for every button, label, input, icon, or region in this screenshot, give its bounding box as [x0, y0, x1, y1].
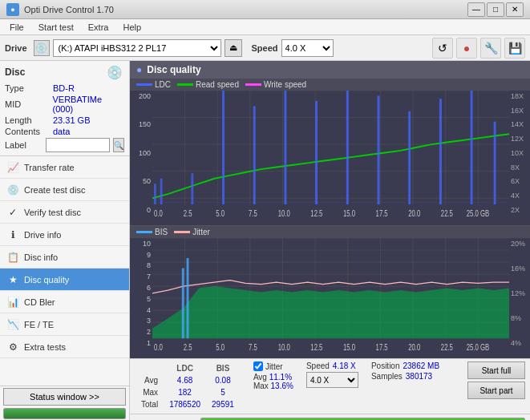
app-title: Opti Drive Control 1.70: [24, 5, 114, 14]
stats-table: LDC BIS Avg 4.68 0.08 Max 182: [135, 361, 241, 411]
sidebar-item-disc-info[interactable]: 📋 Disc info: [0, 246, 129, 269]
stats-total-row: Total 1786520 29591: [136, 399, 239, 410]
close-button[interactable]: ✕: [506, 2, 524, 17]
sidebar-item-cd-bler[interactable]: 📊 CD Bler: [0, 291, 129, 313]
ldc-legend: LDC: [136, 80, 171, 89]
menu-help[interactable]: Help: [116, 22, 148, 33]
jitter-label: Jitter: [265, 362, 283, 371]
svg-text:15.0: 15.0: [343, 209, 355, 218]
speed-label-row: Speed 4.18 X: [306, 361, 358, 370]
sidebar-item-disc-quality[interactable]: ★ Disc quality: [0, 269, 129, 291]
disc-label-input[interactable]: [46, 138, 110, 152]
svg-text:20.0: 20.0: [408, 343, 420, 352]
svg-rect-60: [187, 258, 189, 338]
app-icon: ●: [6, 3, 19, 16]
sidebar-item-extra-tests[interactable]: ⚙ Extra tests: [0, 336, 129, 358]
svg-rect-24: [408, 111, 411, 204]
start-part-button[interactable]: Start part: [467, 382, 525, 399]
sidebar-item-transfer-rate[interactable]: 📈 Transfer rate: [0, 156, 129, 179]
disc-button[interactable]: ●: [456, 38, 477, 59]
svg-rect-26: [471, 91, 473, 204]
transfer-rate-label: Transfer rate: [24, 163, 75, 172]
total-ldc: 1786520: [164, 399, 205, 410]
status-section: Status window >> Test completed: [0, 386, 129, 420]
speed-select-wrap: 4.0 X: [306, 372, 358, 388]
read-speed-legend: Read speed: [177, 80, 239, 89]
speed-select-toolbar[interactable]: 4.0 X: [281, 39, 334, 57]
fe-te-icon: 📉: [6, 318, 19, 331]
length-value: 23.31 GB: [53, 115, 90, 125]
disc-label-row: Label 🔍: [5, 138, 124, 152]
main-content: ● Disc quality LDC Read speed: [130, 61, 530, 420]
disc-label-browse[interactable]: 🔍: [113, 138, 124, 152]
toolbar: Drive 💿 (K:) ATAPI iHBS312 2 PL17 ⏏ Spee…: [0, 35, 530, 61]
chart-title: Disc quality: [147, 64, 200, 75]
transfer-rate-icon: 📈: [6, 161, 19, 174]
jitter-legend: Jitter: [174, 228, 210, 236]
stats-bis-header: BIS: [207, 363, 239, 374]
svg-text:20.0: 20.0: [408, 209, 420, 218]
menu-bar: File Start test Extra Help: [0, 19, 530, 35]
disc-section-label: Disc: [5, 67, 25, 78]
disc-contents-row: Contents data: [5, 127, 124, 136]
sidebar-item-drive-info[interactable]: ℹ Drive info: [0, 224, 129, 246]
extra-tests-icon: ⚙: [6, 341, 19, 353]
svg-text:5.0: 5.0: [216, 343, 225, 352]
top-y-axis-right: 18X 16X 14X 12X 10X 8X 6X 4X 2X: [509, 91, 530, 225]
jitter-max-label: Max: [253, 382, 271, 390]
speed-key: Speed: [306, 361, 330, 370]
chart-header: ● Disc quality: [130, 61, 530, 79]
svg-text:12.5: 12.5: [310, 209, 322, 218]
svg-rect-27: [494, 122, 496, 204]
samples-row: Samples 380173: [371, 372, 439, 381]
contents-label: Contents: [5, 127, 53, 136]
nav-items: 📈 Transfer rate 💿 Create test disc ✓ Ver…: [0, 156, 129, 386]
bottom-chart-svg: 0.0 2.5 5.0 7.5 10.0 12.5 15.0 17.5 20.0…: [152, 238, 509, 358]
sidebar-progress-fill: [4, 409, 125, 418]
settings-button[interactable]: 🔧: [480, 38, 501, 59]
sidebar-item-create-test-disc[interactable]: 💿 Create test disc: [0, 179, 129, 201]
jitter-checkbox[interactable]: [253, 361, 263, 371]
speed-select-stats[interactable]: 4.0 X: [306, 372, 358, 388]
maximize-button[interactable]: □: [487, 2, 504, 17]
menu-file[interactable]: File: [3, 22, 30, 33]
sidebar-item-verify-test-disc[interactable]: ✓ Verify test disc: [0, 201, 129, 224]
stats-empty-header: [136, 363, 163, 374]
position-key: Position: [371, 361, 400, 370]
avg-ldc: 4.68: [164, 375, 205, 386]
samples-key: Samples: [371, 372, 403, 381]
title-bar: ● Opti Drive Control 1.70 — □ ✕: [0, 0, 530, 19]
start-full-button[interactable]: Start full: [467, 361, 525, 379]
svg-text:2.5: 2.5: [184, 343, 192, 352]
extra-tests-label: Extra tests: [24, 342, 66, 352]
svg-text:17.5: 17.5: [376, 343, 388, 352]
eject-button[interactable]: ⏏: [225, 39, 242, 57]
drive-label: Drive: [5, 43, 27, 53]
samples-val: 380173: [406, 372, 432, 381]
jitter-max-row: Max 13.6%: [253, 382, 293, 390]
stats-bar: LDC BIS Avg 4.68 0.08 Max 182: [130, 358, 530, 414]
menu-extra[interactable]: Extra: [82, 22, 115, 33]
drive-select[interactable]: (K:) ATAPI iHBS312 2 PL17: [53, 39, 221, 57]
disc-type-row: Type BD-R: [5, 83, 124, 93]
speed-value: 4.18 X: [333, 361, 356, 370]
verify-test-icon: ✓: [6, 206, 19, 219]
menu-start-test[interactable]: Start test: [32, 22, 80, 33]
status-window-button[interactable]: Status window >>: [3, 388, 126, 406]
svg-rect-19: [253, 106, 256, 204]
sidebar-progress-bar: [3, 408, 126, 419]
speed-section: Speed 4.18 X 4.0 X: [306, 361, 358, 388]
svg-rect-59: [182, 268, 184, 338]
contents-value: data: [53, 127, 70, 136]
position-val: 23862 MB: [403, 361, 439, 370]
save-button[interactable]: 💾: [504, 38, 525, 59]
sidebar-item-fe-te[interactable]: 📉 FE / TE: [0, 313, 129, 336]
minimize-button[interactable]: —: [467, 2, 485, 17]
refresh-button[interactable]: ↺: [432, 38, 453, 59]
create-test-label: Create test disc: [24, 185, 85, 195]
svg-rect-16: [160, 179, 163, 204]
bottom-chart-section: BIS Jitter 10 9 8: [130, 225, 530, 358]
disc-label-label: Label: [5, 140, 42, 150]
top-chart-section: LDC Read speed Write speed: [130, 79, 530, 225]
stats-avg-row: Avg 4.68 0.08: [136, 375, 239, 386]
